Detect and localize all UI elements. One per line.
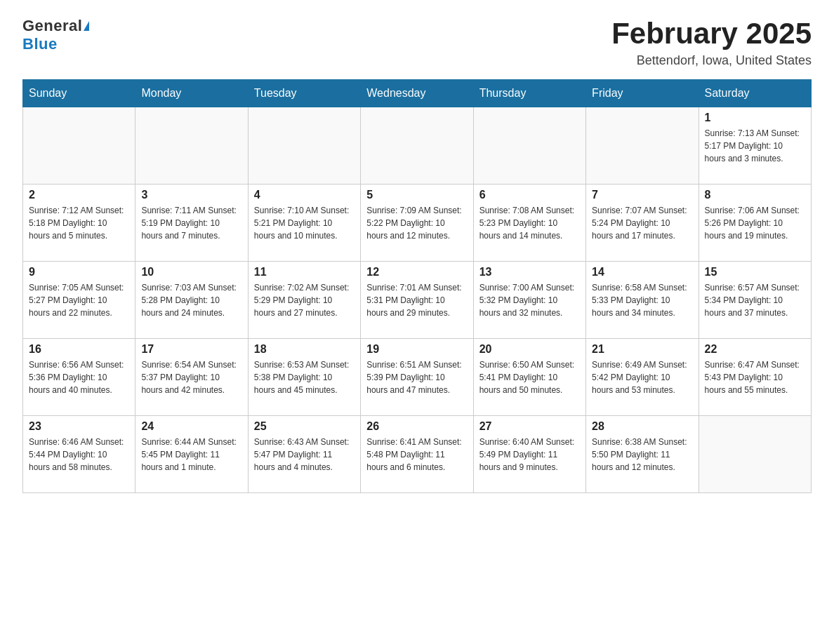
day-info: Sunrise: 7:02 AM Sunset: 5:29 PM Dayligh… (254, 281, 355, 319)
day-info: Sunrise: 6:38 AM Sunset: 5:50 PM Dayligh… (592, 436, 692, 474)
calendar-header-row: Sunday Monday Tuesday Wednesday Thursday… (23, 80, 812, 107)
day-info: Sunrise: 6:40 AM Sunset: 5:49 PM Dayligh… (479, 436, 580, 474)
table-row: 19Sunrise: 6:51 AM Sunset: 5:39 PM Dayli… (361, 339, 473, 416)
day-info: Sunrise: 7:03 AM Sunset: 5:28 PM Dayligh… (141, 281, 241, 319)
table-row: 22Sunrise: 6:47 AM Sunset: 5:43 PM Dayli… (699, 339, 811, 416)
header-saturday: Saturday (699, 80, 811, 107)
day-info: Sunrise: 7:01 AM Sunset: 5:31 PM Dayligh… (366, 281, 467, 319)
day-number: 19 (366, 343, 467, 356)
table-row: 26Sunrise: 6:41 AM Sunset: 5:48 PM Dayli… (361, 416, 473, 493)
month-title: February 2025 (611, 17, 812, 51)
day-number: 20 (479, 343, 580, 356)
day-number: 28 (592, 420, 692, 433)
day-info: Sunrise: 7:06 AM Sunset: 5:26 PM Dayligh… (705, 204, 805, 242)
day-number: 18 (254, 343, 355, 356)
day-number: 24 (141, 420, 241, 433)
table-row: 9Sunrise: 7:05 AM Sunset: 5:27 PM Daylig… (23, 262, 135, 339)
day-info: Sunrise: 6:54 AM Sunset: 5:37 PM Dayligh… (141, 358, 241, 396)
day-info: Sunrise: 6:57 AM Sunset: 5:34 PM Dayligh… (705, 281, 805, 319)
header-sunday: Sunday (23, 80, 135, 107)
table-row: 4Sunrise: 7:10 AM Sunset: 5:21 PM Daylig… (248, 185, 360, 262)
table-row: 21Sunrise: 6:49 AM Sunset: 5:42 PM Dayli… (586, 339, 699, 416)
day-info: Sunrise: 6:49 AM Sunset: 5:42 PM Dayligh… (592, 358, 692, 396)
table-row: 6Sunrise: 7:08 AM Sunset: 5:23 PM Daylig… (473, 185, 585, 262)
table-row: 28Sunrise: 6:38 AM Sunset: 5:50 PM Dayli… (586, 416, 699, 493)
day-info: Sunrise: 7:07 AM Sunset: 5:24 PM Dayligh… (592, 204, 692, 242)
calendar-week-1: 1Sunrise: 7:13 AM Sunset: 5:17 PM Daylig… (23, 107, 812, 185)
title-block: February 2025 Bettendorf, Iowa, United S… (611, 17, 812, 68)
day-number: 14 (592, 266, 692, 279)
day-info: Sunrise: 6:46 AM Sunset: 5:44 PM Dayligh… (29, 436, 129, 474)
table-row (23, 107, 135, 185)
day-number: 3 (141, 189, 241, 201)
table-row: 20Sunrise: 6:50 AM Sunset: 5:41 PM Dayli… (473, 339, 585, 416)
day-info: Sunrise: 6:56 AM Sunset: 5:36 PM Dayligh… (29, 358, 129, 396)
table-row: 12Sunrise: 7:01 AM Sunset: 5:31 PM Dayli… (361, 262, 473, 339)
day-number: 17 (141, 343, 241, 356)
table-row (248, 107, 360, 185)
table-row: 15Sunrise: 6:57 AM Sunset: 5:34 PM Dayli… (699, 262, 811, 339)
header-wednesday: Wednesday (361, 80, 473, 107)
day-number: 5 (366, 189, 467, 201)
day-number: 9 (29, 266, 129, 279)
day-info: Sunrise: 7:00 AM Sunset: 5:32 PM Dayligh… (479, 281, 580, 319)
table-row (699, 416, 811, 493)
table-row: 10Sunrise: 7:03 AM Sunset: 5:28 PM Dayli… (135, 262, 248, 339)
table-row: 27Sunrise: 6:40 AM Sunset: 5:49 PM Dayli… (473, 416, 585, 493)
calendar-week-3: 9Sunrise: 7:05 AM Sunset: 5:27 PM Daylig… (23, 262, 812, 339)
day-number: 4 (254, 189, 355, 201)
logo: General Blue (22, 17, 89, 53)
day-info: Sunrise: 7:10 AM Sunset: 5:21 PM Dayligh… (254, 204, 355, 242)
logo-general-text: General (22, 17, 82, 35)
calendar-week-2: 2Sunrise: 7:12 AM Sunset: 5:18 PM Daylig… (23, 185, 812, 262)
table-row (135, 107, 248, 185)
day-number: 8 (705, 189, 805, 201)
day-info: Sunrise: 7:12 AM Sunset: 5:18 PM Dayligh… (29, 204, 129, 242)
day-number: 21 (592, 343, 692, 356)
day-number: 10 (141, 266, 241, 279)
day-info: Sunrise: 6:58 AM Sunset: 5:33 PM Dayligh… (592, 281, 692, 319)
table-row (361, 107, 473, 185)
header-friday: Friday (586, 80, 699, 107)
day-info: Sunrise: 7:11 AM Sunset: 5:19 PM Dayligh… (141, 204, 241, 242)
day-info: Sunrise: 6:43 AM Sunset: 5:47 PM Dayligh… (254, 436, 355, 474)
logo-blue-text: Blue (22, 35, 58, 53)
table-row (586, 107, 699, 185)
day-number: 6 (479, 189, 580, 201)
table-row: 1Sunrise: 7:13 AM Sunset: 5:17 PM Daylig… (699, 107, 811, 185)
day-number: 11 (254, 266, 355, 279)
day-info: Sunrise: 6:53 AM Sunset: 5:38 PM Dayligh… (254, 358, 355, 396)
table-row: 17Sunrise: 6:54 AM Sunset: 5:37 PM Dayli… (135, 339, 248, 416)
day-info: Sunrise: 7:09 AM Sunset: 5:22 PM Dayligh… (366, 204, 467, 242)
table-row: 14Sunrise: 6:58 AM Sunset: 5:33 PM Dayli… (586, 262, 699, 339)
day-number: 2 (29, 189, 129, 201)
day-info: Sunrise: 6:50 AM Sunset: 5:41 PM Dayligh… (479, 358, 580, 396)
table-row: 13Sunrise: 7:00 AM Sunset: 5:32 PM Dayli… (473, 262, 585, 339)
day-number: 16 (29, 343, 129, 356)
day-number: 23 (29, 420, 129, 433)
calendar-week-5: 23Sunrise: 6:46 AM Sunset: 5:44 PM Dayli… (23, 416, 812, 493)
day-number: 7 (592, 189, 692, 201)
table-row: 7Sunrise: 7:07 AM Sunset: 5:24 PM Daylig… (586, 185, 699, 262)
table-row: 24Sunrise: 6:44 AM Sunset: 5:45 PM Dayli… (135, 416, 248, 493)
table-row: 8Sunrise: 7:06 AM Sunset: 5:26 PM Daylig… (699, 185, 811, 262)
day-number: 22 (705, 343, 805, 356)
day-info: Sunrise: 6:41 AM Sunset: 5:48 PM Dayligh… (366, 436, 467, 474)
table-row (473, 107, 585, 185)
day-info: Sunrise: 7:13 AM Sunset: 5:17 PM Dayligh… (705, 127, 805, 165)
table-row: 23Sunrise: 6:46 AM Sunset: 5:44 PM Dayli… (23, 416, 135, 493)
table-row: 16Sunrise: 6:56 AM Sunset: 5:36 PM Dayli… (23, 339, 135, 416)
location-text: Bettendorf, Iowa, United States (611, 53, 812, 68)
header-thursday: Thursday (473, 80, 585, 107)
day-info: Sunrise: 6:47 AM Sunset: 5:43 PM Dayligh… (705, 358, 805, 396)
day-info: Sunrise: 7:05 AM Sunset: 5:27 PM Dayligh… (29, 281, 129, 319)
day-info: Sunrise: 7:08 AM Sunset: 5:23 PM Dayligh… (479, 204, 580, 242)
table-row: 5Sunrise: 7:09 AM Sunset: 5:22 PM Daylig… (361, 185, 473, 262)
logo-triangle-icon (84, 21, 89, 31)
day-number: 25 (254, 420, 355, 433)
calendar-week-4: 16Sunrise: 6:56 AM Sunset: 5:36 PM Dayli… (23, 339, 812, 416)
table-row: 3Sunrise: 7:11 AM Sunset: 5:19 PM Daylig… (135, 185, 248, 262)
day-number: 26 (366, 420, 467, 433)
table-row: 25Sunrise: 6:43 AM Sunset: 5:47 PM Dayli… (248, 416, 360, 493)
calendar-table: Sunday Monday Tuesday Wednesday Thursday… (22, 79, 812, 493)
